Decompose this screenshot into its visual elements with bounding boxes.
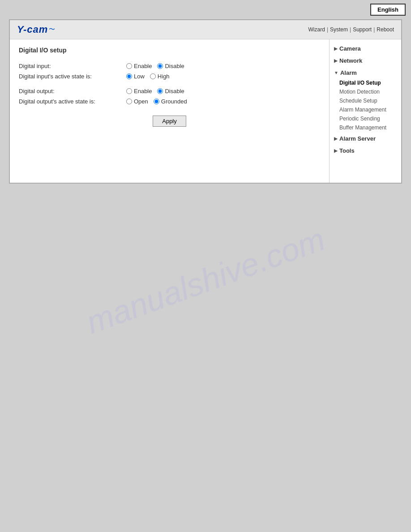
digital-output-grounded-label: Grounded xyxy=(161,98,187,105)
digital-output-state-row: Digital output's active state is: Open G… xyxy=(19,98,320,105)
digital-input-high-radio[interactable] xyxy=(150,73,156,79)
panel-title: Digital I/O setup xyxy=(19,47,320,54)
digital-input-state-row: Digital input's active state is: Low Hig… xyxy=(19,73,320,80)
digital-output-row: Digital output: Enable Disable xyxy=(19,88,320,94)
digital-input-label: Digital input: xyxy=(19,63,126,69)
nav-system[interactable]: System xyxy=(330,26,348,33)
camera-arrow-icon: ▶ xyxy=(334,46,338,51)
digital-output-open[interactable]: Open xyxy=(126,98,148,105)
digital-input-enable-label: Enable xyxy=(134,63,152,69)
digital-input-high-label: High xyxy=(158,73,170,80)
logo-wave: 〜 xyxy=(49,26,55,34)
digital-output-enable[interactable]: Enable xyxy=(126,88,152,94)
sidebar-item-schedule-setup[interactable]: Schedule Setup xyxy=(330,96,401,105)
nav-reboot[interactable]: Reboot xyxy=(377,26,394,33)
digital-output-enable-label: Enable xyxy=(134,88,152,94)
header-bar: Y-cam 〜 Wizard | System | Support | Rebo… xyxy=(10,20,401,39)
digital-input-section: Digital input: Enable Disable Digital in xyxy=(19,63,320,80)
digital-input-enable[interactable]: Enable xyxy=(126,63,152,69)
digital-input-low-radio[interactable] xyxy=(126,73,132,79)
digital-output-grounded-radio[interactable] xyxy=(154,99,159,104)
digital-output-state-options: Open Grounded xyxy=(126,98,187,105)
apply-row: Apply xyxy=(19,116,320,127)
network-arrow-icon: ▶ xyxy=(334,58,338,63)
language-bar: English xyxy=(0,0,411,19)
digital-input-disable[interactable]: Disable xyxy=(157,63,184,69)
main-frame: Y-cam 〜 Wizard | System | Support | Rebo… xyxy=(9,19,402,184)
sidebar-alarm-server-label: Alarm Server xyxy=(339,135,376,142)
digital-input-state-label: Digital input's active state is: xyxy=(19,73,126,80)
nav-wizard[interactable]: Wizard xyxy=(308,26,325,33)
sidebar-header-alarm[interactable]: ▼ Alarm xyxy=(330,67,401,78)
alarm-arrow-icon: ▼ xyxy=(334,70,338,75)
digital-output-disable-radio[interactable] xyxy=(157,88,163,94)
sidebar-item-motion-detection[interactable]: Motion Detection xyxy=(330,87,401,96)
digital-input-high[interactable]: High xyxy=(150,73,170,80)
digital-input-enable-radio[interactable] xyxy=(126,63,132,69)
digital-output-disable-label: Disable xyxy=(165,88,184,94)
sidebar-section-alarm: ▼ Alarm Digital I/O Setup Motion Detecti… xyxy=(330,67,401,132)
sidebar-section-camera: ▶ Camera xyxy=(330,43,401,54)
sidebar-header-camera[interactable]: ▶ Camera xyxy=(330,43,401,54)
nav-links: Wizard | System | Support | Reboot xyxy=(308,26,394,33)
digital-input-low[interactable]: Low xyxy=(126,73,145,80)
sidebar-header-network[interactable]: ▶ Network xyxy=(330,55,401,66)
sidebar-section-network: ▶ Network xyxy=(330,55,401,66)
language-button[interactable]: English xyxy=(370,4,406,16)
digital-input-disable-radio[interactable] xyxy=(157,63,163,69)
digital-output-label: Digital output: xyxy=(19,88,126,94)
digital-input-options: Enable Disable xyxy=(126,63,184,69)
sidebar-item-buffer-management[interactable]: Buffer Management xyxy=(330,123,401,132)
digital-output-section: Digital output: Enable Disable Digital o xyxy=(19,88,320,105)
sidebar-header-tools[interactable]: ▶ Tools xyxy=(330,145,401,156)
logo-area: Y-cam 〜 xyxy=(17,24,55,35)
digital-input-row: Digital input: Enable Disable xyxy=(19,63,320,69)
digital-output-state-label: Digital output's active state is: xyxy=(19,98,126,105)
main-panel: Digital I/O setup Digital input: Enable … xyxy=(10,39,330,183)
digital-output-open-label: Open xyxy=(134,98,148,105)
sidebar: ▶ Camera ▶ Network ▼ Alarm Digital I/O S… xyxy=(330,39,401,183)
sidebar-section-tools: ▶ Tools xyxy=(330,145,401,156)
digital-input-disable-label: Disable xyxy=(165,63,184,69)
sidebar-alarm-label: Alarm xyxy=(340,69,357,76)
sidebar-camera-label: Camera xyxy=(339,45,361,52)
nav-support[interactable]: Support xyxy=(353,26,372,33)
sidebar-header-alarm-server[interactable]: ▶ Alarm Server xyxy=(330,133,401,144)
digital-output-enable-radio[interactable] xyxy=(126,88,132,94)
digital-input-state-options: Low High xyxy=(126,73,170,80)
logo-text: Y-cam xyxy=(17,24,48,35)
apply-button[interactable]: Apply xyxy=(153,116,186,127)
digital-input-low-label: Low xyxy=(134,73,145,80)
sidebar-item-periodic-sending[interactable]: Periodic Sending xyxy=(330,114,401,123)
sidebar-item-digital-io[interactable]: Digital I/O Setup xyxy=(330,78,401,87)
sidebar-section-alarm-server: ▶ Alarm Server xyxy=(330,133,401,144)
alarm-server-arrow-icon: ▶ xyxy=(334,136,338,141)
digital-output-disable[interactable]: Disable xyxy=(157,88,184,94)
sidebar-item-alarm-management[interactable]: Alarm Management xyxy=(330,105,401,114)
content-area: Digital I/O setup Digital input: Enable … xyxy=(10,39,401,183)
sidebar-network-label: Network xyxy=(339,57,362,64)
sidebar-tools-label: Tools xyxy=(339,147,355,154)
digital-output-open-radio[interactable] xyxy=(126,99,132,104)
digital-output-options: Enable Disable xyxy=(126,88,184,94)
tools-arrow-icon: ▶ xyxy=(334,148,338,153)
alarm-submenu: Digital I/O Setup Motion Detection Sched… xyxy=(330,78,401,132)
digital-output-grounded[interactable]: Grounded xyxy=(154,98,187,105)
